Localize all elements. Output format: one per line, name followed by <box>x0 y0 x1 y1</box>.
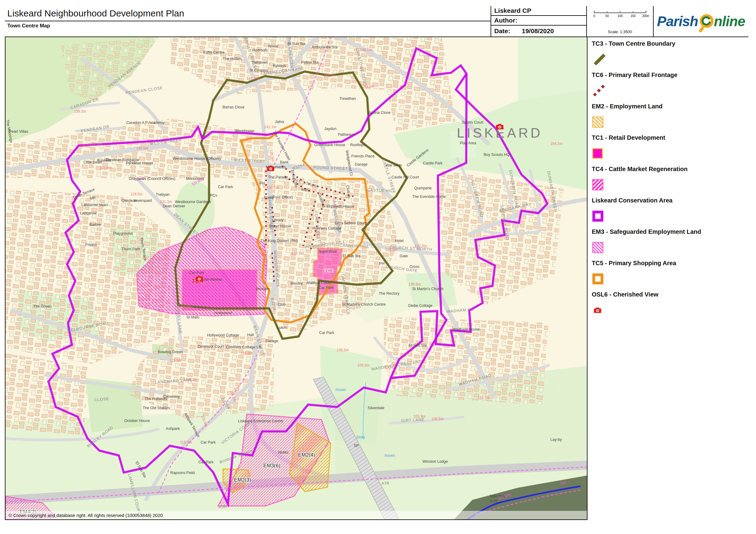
map-label: Car Park <box>218 185 233 189</box>
map-label: 135.6m <box>409 282 421 287</box>
map-label: St Martin's Church Centre <box>342 302 386 307</box>
map-label: TC1 <box>323 267 334 274</box>
map-label: MP <box>90 196 96 200</box>
map-label: Morcam <box>256 287 269 291</box>
scale-tick-0: 0 <box>593 14 595 18</box>
map-label: 119.5m <box>130 192 142 196</box>
map-label: Glebe Cottage <box>408 304 433 308</box>
map-label: A38 <box>219 504 227 509</box>
map-label: PH <box>259 181 264 186</box>
legend-item-em2: EM2 - Employment Land <box>592 103 748 130</box>
map-label: Malthus Court <box>307 281 330 285</box>
map-label: Novar <box>268 44 278 48</box>
map-label: Bowling Green <box>158 350 183 354</box>
legend-label-em3: EM3 - Safeguarded Employment Land <box>592 228 748 235</box>
map-label: El Sub Sta <box>342 254 361 258</box>
tc3-line-swatch <box>594 54 606 65</box>
legend-label-tc1: TC1 - Retail Development <box>592 134 748 141</box>
legend-label-tc6: TC6 - Primary Retail Frontage <box>592 71 748 79</box>
map-label: Bank <box>280 160 289 165</box>
legend-panel: TC3 - Town Centre Boundary TC6 - Primary… <box>587 37 748 520</box>
date-value: 19/08/2020 <box>522 27 554 35</box>
map-label: Westbourne Gardens <box>175 200 211 204</box>
legend-item-tc4: TC4 - Cattle Market Regeneration <box>592 165 748 193</box>
map-label: 115.3m <box>180 440 192 445</box>
map-label: Hollywood Cottage <box>207 333 239 337</box>
map-label: Castle Park <box>423 161 443 165</box>
author-label: Author: <box>494 17 517 24</box>
map-label: Wesley <box>290 281 303 286</box>
map-label: PH <box>379 262 384 266</box>
map-label: Denmoor Court <box>198 344 224 348</box>
map-label: 121.6m <box>99 165 112 170</box>
map-label: 125.9m <box>179 305 192 309</box>
map-label: Car Park <box>189 271 204 275</box>
map-label: A38 <box>381 480 390 485</box>
map-label: The Hollies <box>223 57 242 61</box>
logo-online-text: nline <box>714 13 745 30</box>
map-sheet: WEST STREETWEST STREETPOUND STREETPIKE S… <box>0 0 756 534</box>
map-label: 8.25 <box>490 499 497 503</box>
map-label: Car Park <box>201 440 216 445</box>
map-label: Luton <box>277 325 286 330</box>
map-label: Superstore <box>318 249 337 254</box>
em2-hatch-swatch <box>592 116 603 128</box>
map-label: LB <box>345 194 350 199</box>
info-block: Liskeard CP Author: Date: 19/08/2020 <box>491 6 587 37</box>
map-label: Jalna <box>275 120 284 124</box>
legend-label-tc4: TC4 - Cattle Market Regeneration <box>592 165 748 173</box>
legend-item-osl6: OSL6 - Cherished View <box>592 291 748 318</box>
map-label: Eliza Sellers Court <box>335 221 366 225</box>
legend-item-tc5: TC5 - Primary Shopping Area <box>592 260 748 287</box>
map-label: Mus <box>301 188 309 192</box>
map-label: SP <box>354 444 359 448</box>
map-label: PCs <box>210 193 217 198</box>
map-label: Works <box>278 450 288 454</box>
map-label: Warehouse <box>235 129 255 133</box>
map-label: Pendean Bungalow <box>106 158 139 162</box>
map-label: Inverspaid <box>134 198 152 203</box>
map-label: Car Park <box>319 331 334 335</box>
map-label: The Parade <box>268 175 288 179</box>
map-label: Playground <box>113 231 132 236</box>
map-label: The Green <box>33 304 51 308</box>
logo-parish-text: Parish <box>657 13 698 30</box>
map-label: 143.0m <box>362 84 374 89</box>
map-label: Ambulance Sta <box>312 45 338 49</box>
map-label: Friston <box>85 242 97 247</box>
scale-tick-2: 100 <box>617 14 623 18</box>
map-label: 147.2m <box>247 76 259 81</box>
map-label: Jaydon <box>324 127 337 131</box>
magnifier-icon <box>697 13 715 33</box>
scale-tick-1: 50 <box>605 14 609 18</box>
map-label: Graylands (Council Offices) <box>129 177 176 181</box>
legend-label-conservation: Liskeard Conservation Area <box>592 197 748 204</box>
map-label: Lancarow <box>80 211 97 215</box>
map-label: Greenbank House <box>314 143 345 147</box>
map-label: Caradon A P Academy <box>126 120 165 125</box>
map-label: Lancarow Vean <box>81 203 108 207</box>
map-label: 141.1m <box>264 125 276 129</box>
map-label: Police Sta <box>301 60 318 64</box>
map-label: Library <box>272 218 284 222</box>
map-label: St Crispins <box>250 68 268 72</box>
map-label: Issues <box>336 388 346 392</box>
copyright-bar: © Crown copyright and database right. Al… <box>6 511 587 520</box>
map-label: Victoria Close <box>367 111 391 115</box>
map-label: 113.7m <box>477 396 489 400</box>
map-label: St Malo <box>186 315 199 319</box>
map-label: 105.5m <box>358 363 370 368</box>
map-label: St Martin's Church <box>412 287 444 291</box>
map-label: Ashpark <box>166 426 180 431</box>
date-label: Date: <box>494 27 510 35</box>
map-label: Rooftops <box>350 143 365 147</box>
map-label: 128.6m <box>90 142 102 146</box>
map-label: The Eventide Home <box>412 194 446 199</box>
map-label: Garage <box>355 162 367 166</box>
map-label: 103.9m <box>414 414 426 419</box>
map-label: Liskeard Enterprise Centre <box>238 419 284 423</box>
map-label: 148.1m <box>360 48 372 52</box>
title-block: Liskeard Neighbourhood Development Plan … <box>5 6 491 37</box>
map-label: Garage <box>265 339 278 343</box>
date-row: Date: 19/08/2020 <box>491 26 586 37</box>
